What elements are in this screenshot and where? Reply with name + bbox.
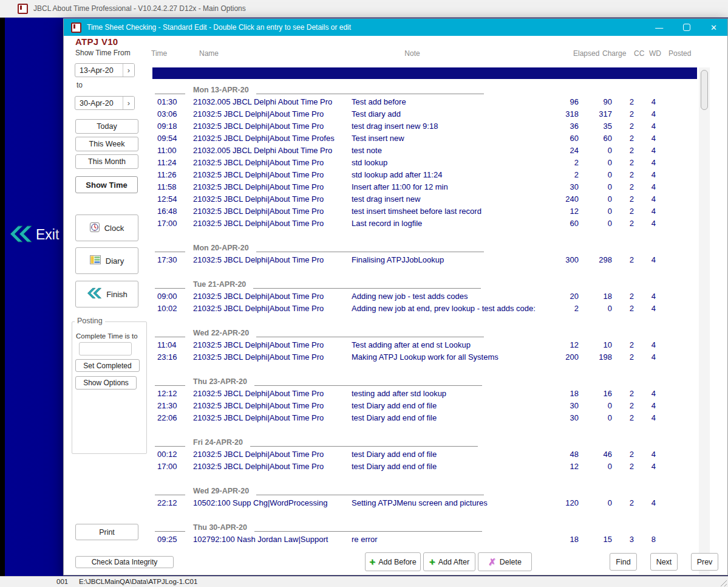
table-row[interactable]: 03:0621032:5 JBCL Delphi|About Time ProT… — [152, 108, 698, 120]
add-after-label: Add After — [438, 558, 469, 566]
cell-wd: 4 — [634, 255, 656, 264]
cell-wd: 4 — [634, 134, 656, 143]
cell-cc: 2 — [612, 389, 634, 398]
this-month-button[interactable]: This Month — [75, 154, 138, 169]
group-header: Tue 21-APR-20 — [152, 278, 698, 290]
table-row[interactable]: 00:1221032:5 JBCL Delphi|About Time Prot… — [152, 448, 698, 460]
date-to-input[interactable] — [75, 97, 123, 109]
cell-note: re error — [352, 535, 553, 544]
group-header: Thu 23-APR-20 — [152, 375, 698, 387]
table-row[interactable]: 10:0221032:5 JBCL Delphi|About Time ProA… — [152, 302, 698, 314]
exit-label: Exit — [36, 227, 59, 243]
group-underline — [155, 487, 185, 495]
cell-name: 21032:5 JBCL Delphi|About Time Pro — [193, 182, 352, 191]
cell-name: 21032:5 JBCL Delphi|About Time Pro — [193, 170, 352, 179]
timesheet-dialog: Time Sheet Checking - Standard Edit - Do… — [63, 18, 728, 575]
add-after-button[interactable]: + Add After — [423, 552, 475, 571]
status-bar: 001 E:\JBCLMainQA\Data\ATPJLog-1.C01 — [0, 576, 728, 587]
cell-wd: 4 — [634, 182, 656, 191]
finish-button[interactable]: Finish — [75, 281, 138, 307]
minimize-button[interactable]: — — [645, 19, 673, 36]
print-button[interactable]: Print — [75, 524, 138, 540]
cell-note: test drag insert new 9:18 — [352, 122, 553, 131]
today-button[interactable]: Today — [75, 119, 138, 134]
resize-grip[interactable] — [719, 578, 727, 586]
table-row[interactable]: 23:1621032:5 JBCL Delphi|About Time ProM… — [152, 351, 698, 363]
set-completed-button[interactable]: Set Completed — [75, 359, 140, 372]
table-row[interactable]: 21:3021032:5 JBCL Delphi|About Time Prot… — [152, 399, 698, 411]
table-row[interactable]: 17:0021032:5 JBCL Delphi|About Time ProL… — [152, 217, 698, 229]
cell-elapsed: 2 — [553, 304, 579, 313]
cell-charge: 0 — [579, 182, 612, 191]
group-spacer — [152, 79, 698, 83]
this-week-button[interactable]: This Week — [75, 137, 138, 151]
table-row[interactable]: 11:2421032:5 JBCL Delphi|About Time Pros… — [152, 156, 698, 168]
maximize-button[interactable] — [673, 19, 700, 36]
cell-wd: 4 — [634, 450, 656, 459]
table-row[interactable]: 11:5821032:5 JBCL Delphi|About Time ProI… — [152, 180, 698, 193]
group-underline — [253, 281, 481, 289]
delete-x-icon: ✗ — [488, 557, 496, 566]
clock-button[interactable]: Clock — [75, 215, 138, 241]
cell-time: 03:06 — [157, 109, 193, 118]
close-button[interactable]: ✕ — [700, 19, 727, 36]
vertical-scrollbar[interactable] — [699, 67, 710, 574]
group-underline — [256, 329, 484, 337]
date-from-input[interactable] — [75, 64, 123, 77]
cell-charge: 0 — [579, 158, 612, 167]
cell-name: 21032:5 JBCL Delphi|About Time Pro — [193, 389, 352, 398]
complete-time-input[interactable] — [79, 342, 132, 355]
table-row[interactable]: 09:5421032:5 JBCL Delphi|About Time Prof… — [152, 132, 698, 144]
show-options-button[interactable]: Show Options — [75, 376, 137, 390]
table-row[interactable]: 16:4821032:5 JBCL Delphi|About Time Prot… — [152, 205, 698, 217]
cell-elapsed: 200 — [553, 352, 579, 362]
check-data-integrity-button[interactable]: Check Data Integrity — [75, 556, 174, 568]
table-row[interactable]: 22:1210502:100 Supp Chg|WordProcessingSe… — [152, 496, 698, 509]
find-button[interactable]: Find — [610, 553, 637, 571]
table-row[interactable]: 09:1821032:5 JBCL Delphi|About Time Prot… — [152, 120, 698, 132]
group-spacer — [152, 509, 698, 521]
column-header-charge: Charge — [602, 49, 626, 58]
scrollbar-thumb[interactable] — [701, 70, 708, 110]
cell-note: Last record in logfile — [352, 219, 553, 228]
next-button[interactable]: Next — [650, 553, 678, 571]
table-row[interactable]: 17:3021032:5 JBCL Delphi|About Time ProF… — [152, 253, 698, 266]
table-row[interactable]: 11:2621032:5 JBCL Delphi|About Time Pros… — [152, 168, 698, 180]
table-row[interactable]: 11:0021032.005 JBCL Delphi About Time Pr… — [152, 144, 698, 156]
cell-name: 21032:5 JBCL Delphi|About Time Pro — [193, 413, 352, 422]
table-row[interactable]: 12:5421032:5 JBCL Delphi|About Time Prot… — [152, 193, 698, 205]
group-date-label: Mon 13-APR-20 — [193, 86, 249, 94]
show-time-button[interactable]: Show Time — [75, 176, 138, 193]
cell-note: test Diary add end of file — [352, 462, 553, 471]
table-row[interactable]: 12:1221032:5 JBCL Delphi|About Time Prot… — [152, 387, 698, 399]
table-row[interactable]: 22:0621032:5 JBCL Delphi|About Time Prot… — [152, 411, 698, 424]
table-row[interactable]: 11:0421032:5 JBCL Delphi|About Time ProT… — [152, 338, 698, 351]
cell-charge: 0 — [579, 304, 612, 313]
cell-elapsed: 18 — [553, 389, 579, 398]
table-row[interactable]: 09:0021032:5 JBCL Delphi|About Time ProA… — [152, 290, 698, 302]
cell-charge: 298 — [579, 255, 612, 264]
group-spacer — [152, 472, 698, 484]
cell-elapsed: 2 — [553, 170, 579, 179]
date-to-spinner[interactable]: › — [123, 97, 134, 109]
delete-button[interactable]: ✗ Delete — [478, 552, 532, 571]
cell-wd: 4 — [634, 304, 656, 313]
exit-button[interactable]: Exit — [9, 225, 59, 245]
cell-note: Test add before — [352, 97, 553, 106]
cell-elapsed: 20 — [553, 292, 579, 301]
table-row[interactable]: 01:3021032.005 JBCL Delphi About Time Pr… — [152, 95, 698, 108]
table-row[interactable]: 17:0021032:5 JBCL Delphi|About Time Prot… — [152, 460, 698, 472]
date-to-field: › — [75, 96, 135, 110]
complete-time-label: Complete Time is to — [76, 332, 138, 340]
date-from-spinner[interactable]: › — [123, 64, 134, 77]
cell-cc: 2 — [612, 158, 634, 167]
cell-wd: 4 — [634, 207, 656, 216]
cell-note: Adding new job - test adds codes — [352, 292, 553, 301]
table-row[interactable]: 09:25102792:100 Nash Jordan Law|Supportr… — [152, 533, 698, 545]
add-before-button[interactable]: + Add Before — [365, 552, 421, 571]
cell-cc: 2 — [612, 194, 634, 204]
diary-button[interactable]: Diary — [75, 247, 138, 274]
cell-cc: 2 — [612, 340, 634, 349]
prev-button[interactable]: Prev — [691, 553, 718, 571]
cell-elapsed: 318 — [553, 109, 579, 118]
